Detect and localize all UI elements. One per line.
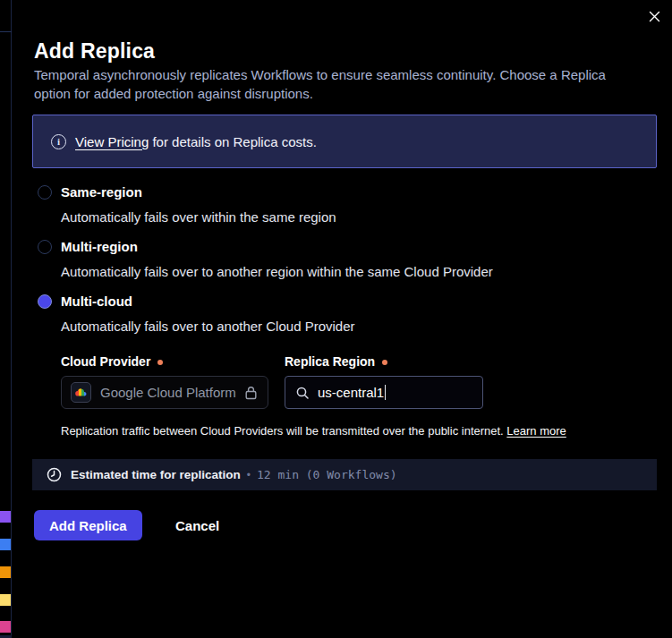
replica-region-field[interactable]: us-central1 bbox=[285, 376, 483, 409]
pricing-banner-rest: for details on Replica costs. bbox=[149, 134, 317, 149]
traffic-note-text: Replication traffic between Cloud Provid… bbox=[61, 424, 506, 438]
add-replica-button[interactable]: Add Replica bbox=[34, 510, 142, 540]
lock-icon bbox=[244, 386, 258, 400]
decor-stripe-blue bbox=[0, 539, 11, 550]
estimate-label: Estimated time for replication bbox=[71, 468, 241, 481]
radio-description: Automatically fails over to another regi… bbox=[61, 264, 493, 280]
search-icon bbox=[295, 386, 310, 400]
pricing-banner-text: View Pricing for details on Replica cost… bbox=[75, 134, 317, 149]
gcp-logo-icon bbox=[71, 382, 91, 403]
decor-stripe-pink bbox=[0, 621, 11, 633]
decor-stripe-orange bbox=[0, 566, 11, 578]
radio-label[interactable]: Same-region bbox=[61, 184, 142, 200]
cancel-button[interactable]: Cancel bbox=[165, 510, 230, 540]
cloud-provider-value: Google Cloud Platform bbox=[100, 385, 236, 400]
required-dot bbox=[382, 360, 387, 365]
text-caret bbox=[385, 385, 386, 400]
radio-label[interactable]: Multi-region bbox=[61, 239, 138, 254]
replica-region-label-text: Replica Region bbox=[285, 354, 375, 369]
required-dot bbox=[157, 360, 163, 365]
modal-subtitle: Temporal asynchronously replicates Workf… bbox=[34, 65, 644, 103]
radio-button-multi-region[interactable] bbox=[38, 240, 52, 254]
radio-option-multi-cloud[interactable]: Multi-cloud Automatically fails over to … bbox=[38, 293, 355, 335]
radio-option-multi-region[interactable]: Multi-region Automatically fails over to… bbox=[38, 238, 493, 280]
cloud-provider-label-text: Cloud Provider bbox=[61, 354, 150, 369]
pricing-banner: i View Pricing for details on Replica co… bbox=[32, 115, 657, 168]
radio-option-same-region[interactable]: Same-region Automatically fails over wit… bbox=[38, 183, 336, 225]
cloud-provider-label: Cloud Provider bbox=[61, 354, 163, 369]
screen: Add Replica Temporal asynchronously repl… bbox=[0, 0, 672, 638]
info-icon: i bbox=[51, 134, 66, 149]
radio-label[interactable]: Multi-cloud bbox=[61, 293, 132, 309]
learn-more-link[interactable]: Learn more bbox=[506, 424, 566, 438]
estimate-value: 12 min (0 Workflows) bbox=[257, 468, 397, 481]
view-pricing-link[interactable]: View Pricing bbox=[75, 134, 149, 149]
traffic-note: Replication traffic between Cloud Provid… bbox=[61, 424, 566, 438]
decor-stripe-yellow bbox=[0, 594, 11, 606]
close-icon bbox=[648, 10, 661, 23]
decor-stripe-purple bbox=[0, 511, 11, 523]
replica-region-input-value[interactable]: us-central1 bbox=[318, 385, 384, 400]
radio-button-multi-cloud[interactable] bbox=[38, 294, 52, 309]
modal-title: Add Replica bbox=[34, 39, 155, 64]
close-button[interactable] bbox=[642, 4, 667, 29]
cloud-provider-field: Google Cloud Platform bbox=[61, 376, 268, 409]
radio-description: Automatically fails over to another Clou… bbox=[61, 319, 355, 335]
clock-icon bbox=[47, 467, 62, 482]
radio-button-same-region[interactable] bbox=[38, 185, 52, 200]
estimate-banner: Estimated time for replication • 12 min … bbox=[32, 459, 657, 490]
replica-region-label: Replica Region bbox=[285, 354, 387, 369]
add-replica-modal: Add Replica Temporal asynchronously repl… bbox=[12, 0, 672, 638]
estimate-separator: • bbox=[247, 469, 251, 481]
radio-description: Automatically fails over within the same… bbox=[61, 209, 336, 225]
backdrop-divider bbox=[0, 31, 12, 32]
